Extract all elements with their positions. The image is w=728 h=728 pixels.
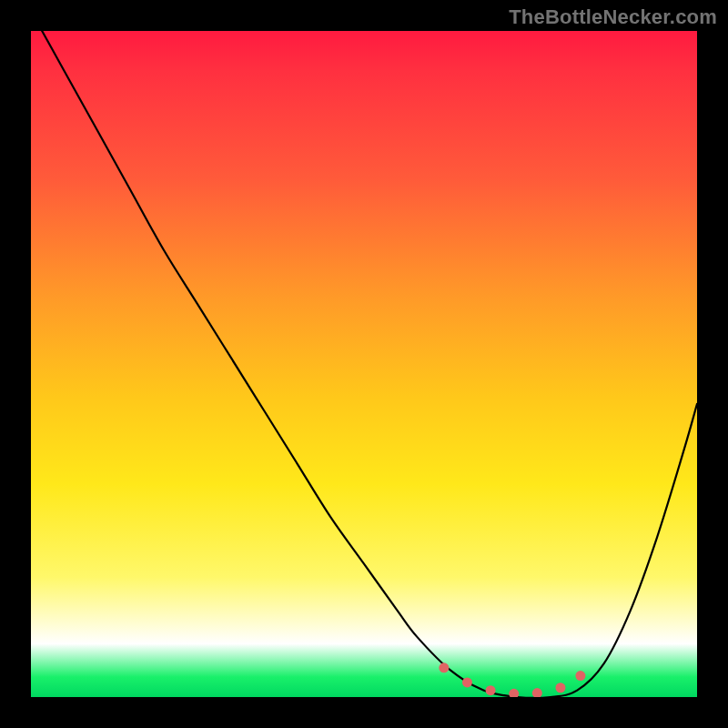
chart-container: TheBottleNecker.com xyxy=(0,0,728,728)
sweet-spot-dot xyxy=(439,662,449,672)
plot-area xyxy=(31,31,697,697)
sweet-spot-dot xyxy=(462,677,472,687)
sweet-spot-dot xyxy=(575,671,585,681)
sweet-spot-dot xyxy=(532,688,542,697)
sweet-spot-dot xyxy=(509,689,519,697)
sweet-spot-dot xyxy=(555,682,565,693)
bottleneck-curve-line xyxy=(31,31,697,697)
bottleneck-curve-svg xyxy=(31,31,697,697)
sweet-spot-dot xyxy=(486,685,496,695)
sweet-spot-markers xyxy=(439,662,585,697)
attribution-watermark: TheBottleNecker.com xyxy=(509,5,717,29)
